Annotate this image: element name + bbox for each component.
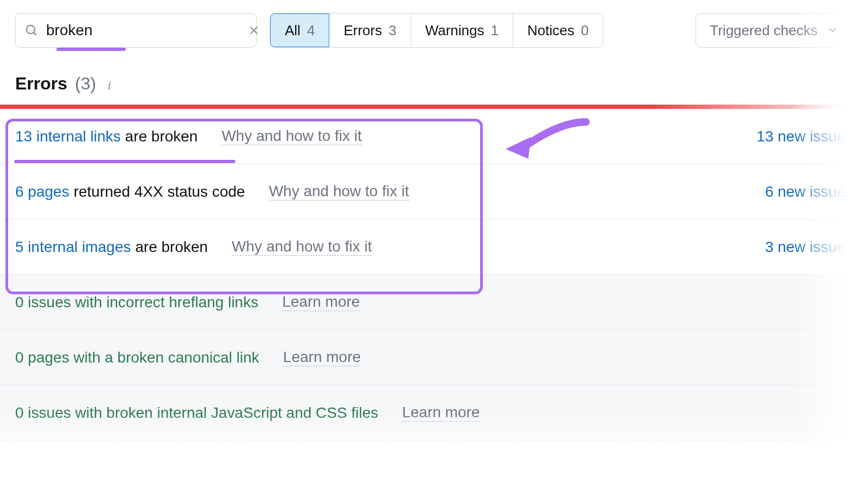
issue-text: are broken [125,128,198,145]
issue-row[interactable]: 0 issues with broken internal JavaScript… [0,385,868,441]
why-how-fix-link[interactable]: Why and how to fix it [232,238,372,256]
issue-row[interactable]: 6 pages returned 4XX status code Why and… [0,164,868,219]
why-how-fix-link[interactable]: Why and how to fix it [221,127,361,145]
issue-row[interactable]: 13 internal links are broken Why and how… [0,109,868,164]
issue-link[interactable]: 6 pages [15,183,69,201]
tab-label: Warnings [425,22,484,39]
learn-more-link[interactable]: Learn more [283,348,361,366]
svg-line-1 [34,33,36,35]
tab-label: Notices [527,22,575,39]
tab-errors[interactable]: Errors 3 [329,14,411,47]
tab-count: 0 [581,22,589,39]
new-issues-link[interactable]: 13 new issues [757,128,853,145]
tab-label: All [285,22,301,39]
search-icon [24,23,39,37]
issue-text: 0 issues with incorrect hreflang links [15,294,258,311]
issue-text: are broken [135,238,208,256]
section-title: Errors [15,74,67,94]
filter-tabs: All 4 Errors 3 Warnings 1 Notices 0 [270,13,603,48]
learn-more-link[interactable]: Learn more [282,293,360,311]
tab-label: Errors [343,22,382,39]
tab-warnings[interactable]: Warnings 1 [411,14,513,47]
issue-text: 0 issues with broken internal JavaScript… [15,404,378,422]
why-how-fix-link[interactable]: Why and how to fix it [269,183,409,201]
clear-icon[interactable] [248,24,260,36]
tab-notices[interactable]: Notices 0 [513,14,603,47]
section-count: (3) [75,74,96,94]
annotation-underline [56,48,126,51]
issue-row[interactable]: 0 pages with a broken canonical link Lea… [0,330,868,385]
severity-bar [0,105,868,109]
issue-text: 0 pages with a broken canonical link [15,349,259,366]
tab-count: 4 [307,22,315,39]
issue-text: returned 4XX status code [74,183,245,201]
search-box[interactable] [15,13,257,48]
new-issues-link[interactable]: 3 new issues [765,238,853,256]
issue-link[interactable]: 5 internal images [15,238,131,256]
issue-link[interactable]: 13 internal links [15,128,121,145]
triggered-checks-dropdown[interactable]: Triggered checks [695,13,853,48]
tab-count: 1 [490,22,498,39]
tab-count: 3 [388,22,396,39]
info-icon[interactable]: i [104,77,112,93]
svg-point-0 [27,25,35,34]
learn-more-link[interactable]: Learn more [402,404,480,422]
new-issues-link[interactable]: 6 new issues [765,183,853,201]
search-input[interactable] [46,22,240,39]
issue-row[interactable]: 5 internal images are broken Why and how… [0,219,868,275]
tab-all[interactable]: All 4 [270,13,330,48]
chevron-down-icon [827,22,838,39]
dropdown-label: Triggered checks [710,22,818,39]
issue-row[interactable]: 0 issues with incorrect hreflang links L… [0,275,868,330]
